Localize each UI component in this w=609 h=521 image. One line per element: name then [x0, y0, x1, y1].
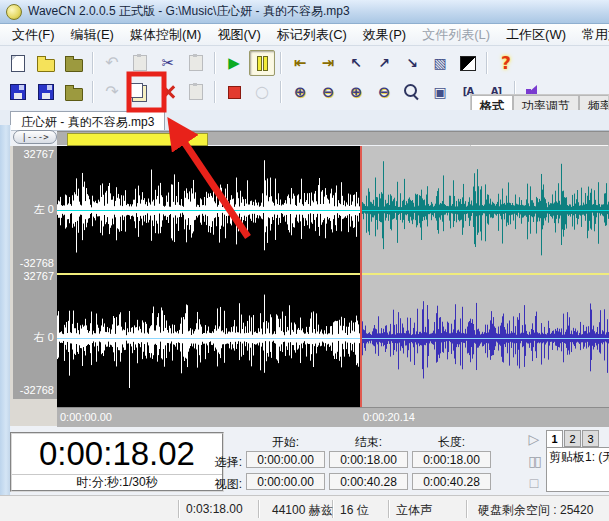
pause-button[interactable]	[249, 50, 275, 76]
clipboard-tab-2[interactable]: 2	[564, 430, 581, 447]
scroll-mode-button[interactable]: |--->	[13, 130, 57, 144]
toolbar-separator	[214, 52, 216, 74]
select-left-icon: ↖	[350, 56, 362, 70]
select-dashed-icon: ▧	[433, 56, 446, 70]
open-folder-icon	[65, 59, 83, 72]
view-start-field[interactable]: 0:00:00.00	[246, 473, 325, 490]
waveform-canvas[interactable]	[57, 146, 609, 407]
amplitude-gutter: 32767 左 0 -32768 32767 右 0 -32768	[13, 146, 57, 399]
status-bar: 0:03:18.00 44100 赫兹 16 位 立体声 硬盘剩余空间 : 25…	[0, 495, 609, 521]
zoom-out-h-button[interactable]: ⊖	[371, 79, 397, 105]
open-file-button[interactable]	[33, 50, 59, 76]
copy-button[interactable]	[127, 79, 153, 105]
record-icon: ○	[255, 84, 269, 100]
left-max-label: 32767	[23, 148, 54, 160]
menu-workspace[interactable]: 工作区(W)	[498, 24, 574, 46]
zoom-out-button[interactable]: ⊖	[315, 79, 341, 105]
save-file-button[interactable]	[5, 79, 31, 105]
open-file-icon	[37, 59, 55, 72]
zoom-in-button[interactable]: ⊕	[287, 79, 313, 105]
scrollbar-track[interactable]	[57, 131, 609, 145]
zoom-selection-button[interactable]: ▣	[427, 79, 453, 105]
scrollbar-thumb[interactable]	[67, 133, 208, 146]
timeline-mid-label: 0:00:20.14	[363, 411, 415, 423]
zoom-magnifier-button[interactable]	[399, 79, 425, 105]
pause-indicator-icon: ▯▯	[524, 453, 544, 469]
paste-special-icon	[189, 55, 203, 71]
right-zero-label: 右 0	[34, 330, 54, 345]
toolbar: ↶✂▶⇤⇥↖↗↘▧? ↷○⊕⊖⊕⊖▣[AA] 格式 功率调节 频率调节 ∿ ∿	[0, 46, 609, 110]
play-indicator-icon: ▷	[524, 431, 544, 447]
view-end-field[interactable]: 0:00:40.28	[329, 473, 408, 490]
time-display-box: 0:00:18.02 时:分:秒:1/30秒	[10, 432, 224, 492]
help-icon: ?	[501, 55, 511, 72]
selection-end-field[interactable]: 0:00:18.00	[329, 451, 408, 468]
selection-start-field[interactable]: 0:00:00.00	[246, 451, 325, 468]
clipboard-panel: 1 2 3 剪贴板1: (无	[546, 430, 609, 493]
zoom-in-h-button[interactable]: ⊕	[343, 79, 369, 105]
delete-button[interactable]	[155, 79, 181, 105]
cut-button[interactable]: ✂	[155, 50, 181, 76]
zoom-out-icon: ⊖	[322, 85, 335, 100]
select-right-button[interactable]: ↗	[371, 50, 397, 76]
undo-icon: ↶	[105, 55, 118, 71]
menu-marker-list[interactable]: 标记列表(C)	[269, 24, 355, 46]
stop-indicator-icon: □	[524, 475, 544, 491]
header-end: 结束:	[329, 434, 408, 451]
menu-bar: 文件(F) 编辑(E) 媒体控制(M) 视图(V) 标记列表(C) 效果(P) …	[0, 24, 609, 46]
zoom-in-h-icon: ⊕	[350, 85, 363, 100]
save-folder-icon	[65, 88, 83, 101]
file-tab[interactable]: 庄心妍 - 真的不容易.mp3	[10, 111, 165, 130]
paste-insert-button[interactable]	[127, 50, 153, 76]
select-dashed-button[interactable]: ▧	[427, 50, 453, 76]
zoom-selection-icon: ▣	[433, 85, 446, 99]
paste-insert-icon	[133, 55, 147, 71]
toolbar-separator	[280, 81, 282, 103]
mix-paste-button[interactable]	[183, 79, 209, 105]
wave-overview-scrollbar: |--->	[13, 130, 609, 145]
open-folder-button[interactable]	[61, 50, 87, 76]
left-min-label: -32768	[20, 257, 54, 269]
header-length: 长度:	[412, 434, 491, 451]
select-right-icon: ↗	[378, 56, 390, 70]
file-tab-bar: 庄心妍 - 真的不容易.mp3	[0, 110, 609, 131]
selection-length-field[interactable]: 0:00:18.00	[412, 451, 491, 468]
save-folder-button[interactable]	[61, 79, 87, 105]
redo-button[interactable]: ↷	[99, 79, 125, 105]
save-as-button[interactable]	[33, 79, 59, 105]
invert-selection-button[interactable]	[455, 50, 481, 76]
record-button[interactable]: ○	[249, 79, 275, 105]
select-left-button[interactable]: ↖	[343, 50, 369, 76]
zoom-out-h-icon: ⊖	[378, 85, 391, 100]
select-to-start-button[interactable]: ⇤	[287, 50, 313, 76]
clipboard-tab-3[interactable]: 3	[582, 430, 599, 447]
menu-edit[interactable]: 编辑(E)	[63, 24, 122, 46]
new-file-button[interactable]	[5, 50, 31, 76]
toolbar-separator	[486, 52, 488, 74]
cut-icon: ✂	[162, 56, 175, 71]
help-button[interactable]: ?	[493, 50, 519, 76]
title-bar[interactable]: WaveCN 2.0.0.5 正式版 - G:\Music\庄心妍 - 真的不容…	[0, 0, 609, 24]
timeline-ruler[interactable]: 0:00:00.00 0:00:20.14	[57, 407, 609, 427]
mix-paste-icon	[189, 84, 203, 100]
select-to-end-button[interactable]: ⇥	[315, 50, 341, 76]
left-zero-label: 左 0	[34, 202, 54, 217]
menu-effects[interactable]: 效果(P)	[355, 24, 414, 46]
status-channels: 立体声	[396, 502, 432, 519]
menu-view[interactable]: 视图(V)	[209, 24, 268, 46]
clipboard-tab-1[interactable]: 1	[546, 430, 563, 448]
stop-button[interactable]	[221, 79, 247, 105]
paste-special-button[interactable]	[183, 50, 209, 76]
play-button[interactable]: ▶	[221, 50, 247, 76]
right-max-label: 32767	[23, 270, 54, 282]
view-row-label: 视图:	[214, 476, 242, 493]
undo-button[interactable]: ↶	[99, 50, 125, 76]
invert-selection-icon	[460, 56, 476, 71]
zoom-magnifier-icon	[404, 84, 417, 97]
menu-media-control[interactable]: 媒体控制(M)	[122, 24, 210, 46]
menu-file[interactable]: 文件(F)	[4, 24, 63, 46]
status-bits: 16 位	[340, 502, 369, 519]
view-length-field[interactable]: 0:00:40.28	[412, 473, 491, 490]
select-down-button[interactable]: ↘	[399, 50, 425, 76]
menu-common-files[interactable]: 常用文件(A)	[574, 24, 609, 46]
